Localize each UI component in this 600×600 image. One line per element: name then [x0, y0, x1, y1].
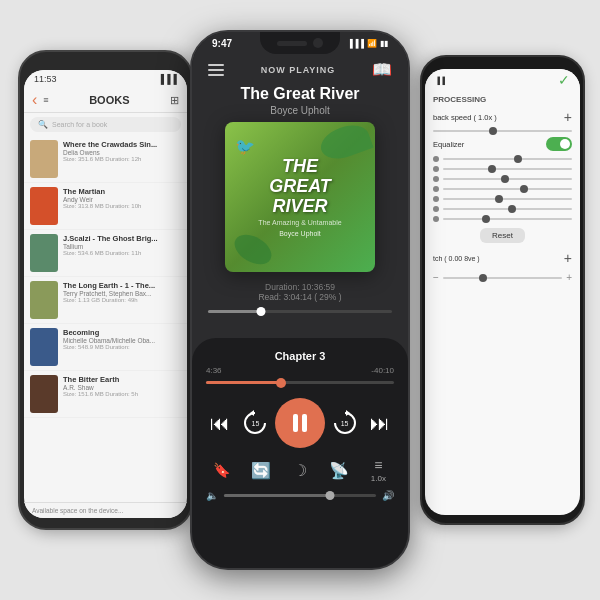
left-bottom-text: Available space on the device... — [32, 507, 123, 514]
book-author-5: Michelle Obama/Michelle Oba... — [63, 337, 181, 344]
eq-band-2 — [425, 164, 580, 174]
time-remaining: -40:10 — [371, 366, 394, 375]
speed-plus-icon[interactable]: + — [564, 109, 572, 125]
book-icon[interactable]: 📖 — [372, 60, 392, 79]
rewind-wrap: ⏮ — [204, 407, 236, 439]
eq-dot-7 — [433, 216, 439, 222]
book-title-5: Becoming — [63, 328, 181, 337]
cover-title-line3: RIVER — [258, 197, 341, 217]
list-item[interactable]: J.Scalzi - The Ghost Brig... Tallium Siz… — [24, 230, 187, 277]
list-item[interactable]: The Long Earth - 1 - The... Terry Pratch… — [24, 277, 187, 324]
eq-thumb-2 — [488, 165, 496, 173]
read-label: Read: 3:04:14 ( 29% ) — [192, 292, 408, 302]
eq-track-2[interactable] — [443, 168, 572, 170]
eq-track-7[interactable] — [443, 218, 572, 220]
pitch-slider-row: − + — [425, 269, 580, 286]
book-author-1: Delia Owens — [63, 149, 181, 156]
pause-bar-1 — [293, 414, 298, 432]
player-panel: Chapter 3 4:36 -40:10 ⏮ — [192, 338, 408, 568]
playback-speed-row[interactable]: back speed ( 1.0x ) + — [425, 106, 580, 128]
bookmark-button[interactable]: 🔖 — [208, 456, 236, 484]
speed-track[interactable] — [433, 130, 572, 132]
eq-band-6 — [425, 204, 580, 214]
cover-text: THE GREAT RIVER The Amazing & Untamable … — [258, 157, 341, 236]
eq-track-5[interactable] — [443, 198, 572, 200]
rewind-button[interactable]: ⏮ — [204, 407, 236, 439]
now-playing-label: NOW PLAYING — [261, 65, 336, 75]
volume-high-icon: 🔊 — [382, 490, 394, 501]
menu-icon[interactable] — [208, 64, 224, 76]
pitch-label: tch ( 0.00 8ve ) — [433, 255, 480, 262]
book-cover-6 — [30, 375, 58, 413]
eq-thumb-3 — [501, 175, 509, 183]
duration-label: Duration: 10:36:59 — [192, 282, 408, 292]
eq-track-6[interactable] — [443, 208, 572, 210]
pitch-thumb — [479, 274, 487, 282]
left-signal: ▐▐▐ — [158, 74, 177, 84]
volume-slider[interactable] — [224, 494, 376, 497]
list-item[interactable]: The Bitter Earth A.R. Shaw Size: 151.6 M… — [24, 371, 187, 418]
eq-track-1[interactable] — [443, 158, 572, 160]
book-title-1: Where the Crawdads Sin... — [63, 140, 181, 149]
forward-button[interactable]: ⏭ — [364, 407, 396, 439]
search-icon: 🔍 — [38, 120, 48, 129]
left-search-bar[interactable]: 🔍 Search for a book — [30, 117, 181, 132]
chapter-slider[interactable] — [206, 381, 394, 384]
eq-band-7 — [425, 214, 580, 224]
left-back-arrow[interactable]: ‹ — [32, 91, 37, 109]
scene: 11:53 ▐▐▐ ‹ ≡ BOOKS ⊞ 🔍 Search for a boo… — [0, 0, 600, 600]
eq-dot-4 — [433, 186, 439, 192]
skip-back-button[interactable]: 15 — [239, 407, 271, 439]
skip-fwd-wrap: 15 — [329, 407, 361, 439]
menu-line-1 — [208, 64, 224, 66]
eq-track-3[interactable] — [443, 178, 572, 180]
settings-button[interactable]: ≡ 1.0x — [364, 456, 392, 484]
reset-button[interactable]: Reset — [480, 228, 525, 243]
book-info-1: Where the Crawdads Sin... Delia Owens Si… — [63, 140, 181, 162]
skip-fwd-button[interactable]: 15 — [329, 407, 361, 439]
volume-row: 🔈 🔊 — [192, 488, 408, 503]
book-author-2: Andy Weir — [63, 196, 181, 203]
wifi-icon: 📶 — [367, 39, 377, 48]
book-meta-4: Size: 1.13 GB Duration: 49h — [63, 297, 181, 303]
left-sort-icon[interactable]: ⊞ — [170, 94, 179, 107]
list-item[interactable]: Where the Crawdads Sin... Delia Owens Si… — [24, 136, 187, 183]
chapter-slider-fill — [206, 381, 281, 384]
eq-thumb-4 — [520, 185, 528, 193]
list-item[interactable]: The Martian Andy Weir Size: 313.8 MB Dur… — [24, 183, 187, 230]
eq-track-4[interactable] — [443, 188, 572, 190]
book-info-5: Becoming Michelle Obama/Michelle Oba... … — [63, 328, 181, 350]
speed-label: 1.0x — [371, 474, 386, 483]
airplay-button[interactable]: 📡 — [325, 456, 353, 484]
skip-back-wrap: 15 — [239, 407, 271, 439]
notch-camera — [313, 38, 323, 48]
chapter-slider-thumb — [276, 378, 286, 388]
book-cover-2 — [30, 187, 58, 225]
right-screen: ▐▐ ✓ PROCESSING back speed ( 1.0x ) + Eq… — [425, 69, 580, 515]
list-item[interactable]: Becoming Michelle Obama/Michelle Oba... … — [24, 324, 187, 371]
right-check-icon[interactable]: ✓ — [558, 72, 570, 88]
book-progress-bar[interactable] — [208, 310, 392, 313]
center-screen: 9:47 ▐▐▐ 📶 ▮▮ NOW PLAYING 📖 The Great Ri — [192, 32, 408, 568]
cover-title-line1: THE — [258, 157, 341, 177]
equalizer-row: Equalizer — [425, 134, 580, 154]
right-section-title: PROCESSING — [425, 91, 580, 106]
repeat-button[interactable]: 🔄 — [247, 456, 275, 484]
pitch-track[interactable] — [443, 277, 562, 279]
cover-subtitle: The Amazing & Untamable — [258, 219, 341, 226]
book-cover-3 — [30, 234, 58, 272]
book-title-4: The Long Earth - 1 - The... — [63, 281, 181, 290]
book-meta-2: Size: 313.8 MB Duration: 10h — [63, 203, 181, 209]
pitch-plus-icon[interactable]: + — [564, 250, 572, 266]
phone-right: ▐▐ ✓ PROCESSING back speed ( 1.0x ) + Eq… — [420, 55, 585, 525]
equalizer-toggle[interactable] — [546, 137, 572, 151]
book-meta-6: Size: 151.6 MB Duration: 5h — [63, 391, 181, 397]
speed-thumb — [489, 127, 497, 135]
sleep-button[interactable]: ☽ — [286, 456, 314, 484]
book-title-2: The Martian — [63, 187, 181, 196]
pause-button[interactable] — [275, 398, 325, 448]
book-author-3: Tallium — [63, 243, 181, 250]
status-right-icons: ▐▐▐ 📶 ▮▮ — [347, 39, 388, 48]
left-screen: 11:53 ▐▐▐ ‹ ≡ BOOKS ⊞ 🔍 Search for a boo… — [24, 70, 187, 518]
signal-icon: ▐▐▐ — [347, 39, 364, 48]
